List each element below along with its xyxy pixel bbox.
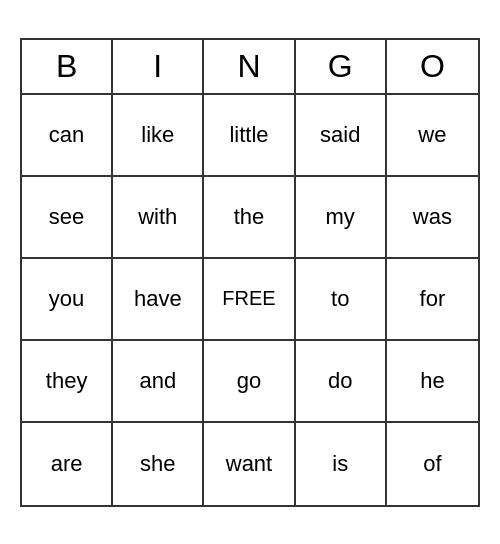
cell-6[interactable]: with	[113, 177, 204, 259]
cell-20[interactable]: are	[22, 423, 113, 505]
header-g: G	[296, 40, 387, 93]
header-b: B	[22, 40, 113, 93]
header-n: N	[204, 40, 295, 93]
cell-9[interactable]: was	[387, 177, 478, 259]
cell-11[interactable]: have	[113, 259, 204, 341]
cell-3[interactable]: said	[296, 95, 387, 177]
cell-21[interactable]: she	[113, 423, 204, 505]
cell-0[interactable]: can	[22, 95, 113, 177]
cell-18[interactable]: do	[296, 341, 387, 423]
cell-7[interactable]: the	[204, 177, 295, 259]
header-o: O	[387, 40, 478, 93]
bingo-card: B I N G O can like little said we see wi…	[20, 38, 480, 507]
cell-22[interactable]: want	[204, 423, 295, 505]
cell-5[interactable]: see	[22, 177, 113, 259]
cell-2[interactable]: little	[204, 95, 295, 177]
cell-8[interactable]: my	[296, 177, 387, 259]
cell-free[interactable]: FREE	[204, 259, 295, 341]
cell-24[interactable]: of	[387, 423, 478, 505]
cell-16[interactable]: and	[113, 341, 204, 423]
cell-13[interactable]: to	[296, 259, 387, 341]
bingo-header: B I N G O	[22, 40, 478, 95]
cell-14[interactable]: for	[387, 259, 478, 341]
cell-4[interactable]: we	[387, 95, 478, 177]
bingo-grid: can like little said we see with the my …	[22, 95, 478, 505]
cell-15[interactable]: they	[22, 341, 113, 423]
cell-23[interactable]: is	[296, 423, 387, 505]
cell-17[interactable]: go	[204, 341, 295, 423]
cell-1[interactable]: like	[113, 95, 204, 177]
header-i: I	[113, 40, 204, 93]
cell-10[interactable]: you	[22, 259, 113, 341]
cell-19[interactable]: he	[387, 341, 478, 423]
